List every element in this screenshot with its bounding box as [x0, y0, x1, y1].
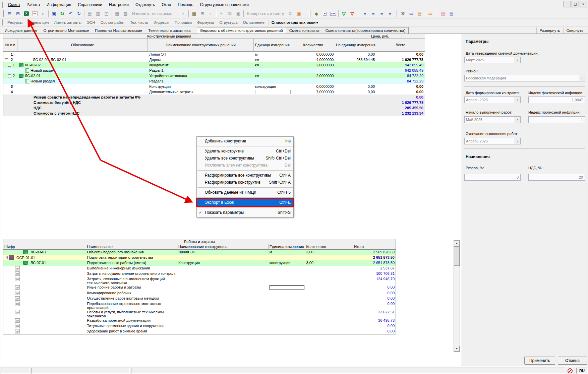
- approval-date-select[interactable]: Март 2025▼: [464, 57, 521, 63]
- close-icon[interactable]: ×: [179, 10, 187, 17]
- pdf-icon[interactable]: PDF: [31, 10, 39, 17]
- filter-clear-icon[interactable]: ▽: [348, 10, 356, 17]
- filter-icon[interactable]: ▽: [340, 10, 348, 17]
- panel-bar-item[interactable]: Формулы: [194, 19, 217, 25]
- table-row[interactable]: Разработка проектной документации 36 495…: [3, 318, 396, 323]
- table-row[interactable]: Командирование рабочих 0,00: [3, 291, 396, 296]
- book-pink-icon[interactable]: ▤: [439, 10, 447, 17]
- resources-icon[interactable]: ◆: [312, 10, 320, 17]
- column-header[interactable]: Количество: [305, 244, 353, 249]
- column-header[interactable]: Всего: [376, 39, 425, 51]
- book-blue-icon[interactable]: ▤: [447, 10, 456, 17]
- menu-item[interactable]: Отдохнуть: [132, 1, 158, 8]
- context-menu-item[interactable]: Исключить элемент конструктива Del: [197, 162, 293, 169]
- column-header[interactable]: № п.п: [3, 39, 17, 51]
- context-menu-item[interactable]: Расформировать все конструктивы Ctrl+A: [197, 172, 293, 179]
- expander-icon[interactable]: -: [5, 256, 8, 259]
- table-row[interactable]: Выполнение инженерных изысканий 2 537,87: [3, 266, 396, 271]
- print-icon[interactable]: ▦: [113, 10, 121, 17]
- search-icon[interactable]: ○: [39, 10, 47, 17]
- context-menu-item[interactable]: Экспорт в Excel Ctrl+E: [197, 199, 293, 206]
- column-header[interactable]: На единицу измерения: [335, 39, 376, 51]
- scrollbar-thumb[interactable]: [454, 246, 460, 266]
- price-pp-icon[interactable]: ПР: [329, 10, 337, 17]
- hammer-icon[interactable]: ⚒: [399, 10, 407, 17]
- column-header[interactable]: Единица измерения: [269, 244, 305, 249]
- materials-icon[interactable]: ▤: [415, 10, 424, 17]
- move-up-icon[interactable]: ↑: [207, 10, 215, 17]
- column-header[interactable]: Итого: [353, 244, 396, 249]
- add-sheet-icon[interactable]: ⊞: [198, 10, 207, 17]
- level-left-icon[interactable]: ≡: [377, 10, 386, 17]
- table-row[interactable]: 3 Конструкция конструкция 0,0000000 0,00…: [3, 84, 425, 89]
- column-header[interactable]: Количество: [291, 39, 336, 51]
- work-end-select[interactable]: Апрель 2026▼: [464, 138, 521, 144]
- context-menu-item[interactable]: [197, 146, 293, 146]
- cancel-button[interactable]: Отмена: [558, 357, 587, 365]
- document-tab[interactable]: Исходные данные: [2, 27, 40, 34]
- document-tab[interactable]: Смета контракта: [286, 27, 322, 34]
- calculator-icon[interactable]: ▦: [190, 10, 198, 17]
- context-menu-item[interactable]: Показать параметры Shift+S: [197, 209, 293, 216]
- panel-bar-item[interactable]: Оглавление: [240, 19, 267, 25]
- delivery-icon[interactable]: ▭: [426, 10, 434, 17]
- table-row[interactable]: Перебазирование строительно-монтажных ор…: [3, 301, 396, 310]
- table-row[interactable]: -ОСР-01-01 Подготовка территории строите…: [3, 255, 396, 260]
- document-tab[interactable]: Проектно-Изыскательские: [92, 27, 145, 34]
- table-row[interactable]: -2 ЛС-02-01 Устройство котлована км 2,00…: [3, 73, 425, 78]
- column-header[interactable]: Наименование: [86, 244, 178, 249]
- context-menu-item[interactable]: Удалить все конструктивы Shift+Ctrl+Del: [197, 155, 293, 162]
- keyboard-layout-indicator[interactable]: RU: [576, 368, 588, 374]
- panel-bar-item[interactable]: Состав работ: [98, 19, 127, 25]
- unit-cell[interactable]: [270, 285, 304, 290]
- menu-item[interactable]: Работа: [23, 1, 43, 8]
- table-row[interactable]: Новый раздел Раздел1 84 722,29: [3, 78, 425, 84]
- collapse-all-button[interactable]: Свернуть: [563, 27, 586, 34]
- menu-item[interactable]: Информация: [43, 1, 74, 8]
- table-row[interactable]: ЛС 07-01 Подготовительные работы (смета)…: [3, 260, 396, 266]
- table-row[interactable]: Затраты, связанные с выполнением функций…: [3, 276, 396, 285]
- column-header[interactable]: Шифр: [3, 244, 86, 249]
- work-start-select[interactable]: Май 2025▼: [464, 116, 521, 123]
- truck-icon[interactable]: ▭: [407, 10, 415, 17]
- copy-to-estimate-button[interactable]: Копировать в смету: [245, 11, 286, 16]
- table-row[interactable]: 4 Дополнительные затраты 7,0000000 0,00 …: [3, 89, 425, 95]
- expander-icon[interactable]: -: [8, 74, 11, 77]
- add-structure-icon[interactable]: ⊞: [14, 10, 22, 17]
- context-menu-item[interactable]: Расформировать конструктив Shift+Ctrl+A: [197, 179, 293, 186]
- column-header[interactable]: Наименование конструктивных решений: [148, 39, 254, 51]
- context-menu-item[interactable]: [197, 187, 293, 188]
- unit-cell[interactable]: км: [255, 74, 259, 78]
- refresh-icon[interactable]: ↻: [58, 10, 66, 17]
- document-tab[interactable]: Строительно-Монтажные: [40, 27, 92, 34]
- vat-input[interactable]: 20: [528, 174, 585, 181]
- comment-icon[interactable]: ◳: [102, 10, 111, 17]
- unit-cell[interactable]: км: [255, 63, 259, 67]
- context-menu-item[interactable]: [197, 197, 293, 198]
- expand-all-button[interactable]: Развернуть: [536, 27, 563, 34]
- menu-item[interactable]: Смета: [5, 1, 23, 8]
- cut-icon[interactable]: ✂: [217, 10, 226, 17]
- save-icon[interactable]: ▣: [50, 10, 58, 17]
- table-row[interactable]: Иные прочие работы и затраты 0,00: [3, 285, 396, 291]
- panel-bar-item[interactable]: Индексы: [151, 19, 172, 25]
- add-position-icon[interactable]: ▤: [85, 10, 94, 17]
- maximize-button[interactable]: ▢: [572, 1, 579, 7]
- level-up-icon[interactable]: ≡: [369, 10, 377, 17]
- menu-item[interactable]: Окно: [158, 1, 174, 8]
- menu-item[interactable]: Настройки: [106, 1, 132, 8]
- table-row[interactable]: Титульные временные здания и сооружения …: [3, 323, 396, 329]
- panel-bar-item[interactable]: Тех. часть: [127, 19, 151, 25]
- scroll-down-icon[interactable]: ▼: [454, 346, 460, 352]
- unit-cell[interactable]: м: [255, 52, 258, 56]
- document-tab[interactable]: Технического заказчика: [145, 27, 193, 34]
- table-row[interactable]: Осуществление работ вахтовым методом 0,0…: [3, 296, 396, 301]
- toolbar-grip[interactable]: [2, 19, 3, 25]
- unit-cell[interactable]: км: [255, 58, 259, 62]
- menu-item[interactable]: Помощь: [174, 1, 196, 8]
- context-menu-item[interactable]: Обновить данные из НМЦК Ctrl+F5: [197, 189, 293, 196]
- unit-cell[interactable]: конструкция: [255, 84, 276, 88]
- level-first-icon[interactable]: ≡: [361, 10, 369, 17]
- table-row[interactable]: Затраты на осуществление строительного к…: [3, 271, 396, 276]
- panel-bar-item[interactable]: Поправки: [172, 19, 194, 25]
